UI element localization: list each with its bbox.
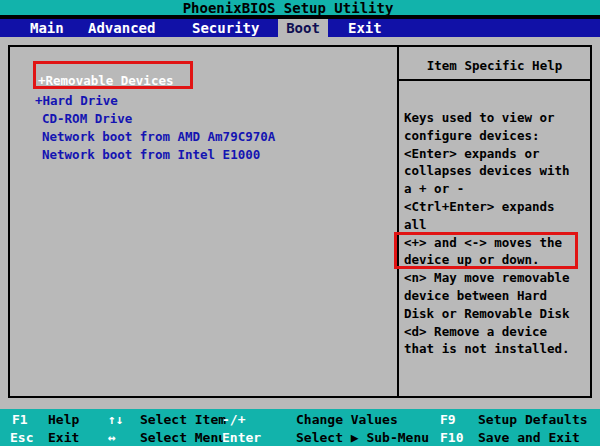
tab-security[interactable]: Security [192, 19, 259, 37]
page-title: PhoenixBIOS Setup Utility [0, 0, 576, 17]
help-line: Keys used to view or [404, 109, 588, 127]
boot-item-network-amd[interactable]: Network boot from AMD Am79C970A [42, 129, 275, 144]
tab-boot-selected[interactable]: Boot [278, 19, 328, 37]
boot-item-network-intel[interactable]: Network boot from Intel E1000 [42, 147, 260, 162]
tab-exit[interactable]: Exit [348, 19, 382, 37]
help-line: <Enter> expands or [404, 145, 588, 163]
key-f10-label: Save and Exit [478, 429, 580, 446]
key-minusplus: -/+ [222, 411, 245, 428]
key-enter-label: Select ▶ Sub-Menu [296, 429, 429, 446]
help-line: device between Hard [404, 287, 588, 305]
tab-advanced[interactable]: Advanced [88, 19, 155, 37]
menu-bar: Main Advanced Security Boot Exit [0, 19, 600, 37]
help-line: a + or - [404, 180, 588, 198]
key-esc: Esc [10, 429, 33, 446]
help-line: that is not installed. [404, 340, 588, 358]
help-line: collapses devices with [404, 162, 588, 180]
help-title-divider [399, 79, 590, 81]
key-updown-label: Select Item [140, 411, 226, 428]
key-leftright-icon: ↔ [108, 429, 116, 446]
help-line: all [404, 216, 588, 234]
key-legend-bar: F1 Help ↑↓ Select Item -/+ Change Values… [0, 409, 600, 446]
key-f10: F10 [440, 429, 463, 446]
help-line: <Ctrl+Enter> expands [404, 198, 588, 216]
help-line: configure devices: [404, 127, 588, 145]
boot-item-hard-drive[interactable]: +Hard Drive [35, 93, 118, 108]
key-minusplus-label: Change Values [296, 411, 398, 428]
key-enter: Enter [222, 429, 261, 446]
key-f1: F1 [12, 411, 28, 428]
help-line: <n> May move removable [404, 269, 588, 287]
panel-divider [397, 45, 399, 398]
tab-main[interactable]: Main [30, 19, 64, 37]
help-line: Disk or Removable Disk [404, 305, 588, 323]
key-f1-label: Help [48, 411, 79, 428]
annotation-box-boot-item [33, 61, 193, 89]
help-panel-title: Item Specific Help [399, 58, 590, 73]
key-updown-icon: ↑↓ [108, 411, 124, 428]
key-leftright-label: Select Menu [140, 429, 226, 446]
bios-screen: PhoenixBIOS Setup Utility Main Advanced … [0, 0, 600, 446]
help-line: <d> Remove a device [404, 323, 588, 341]
key-esc-label: Exit [48, 429, 79, 446]
key-f9: F9 [440, 411, 456, 428]
boot-item-cdrom-drive[interactable]: CD-ROM Drive [42, 111, 132, 126]
annotation-box-help-text [394, 232, 578, 269]
key-f9-label: Setup Defaults [478, 411, 588, 428]
